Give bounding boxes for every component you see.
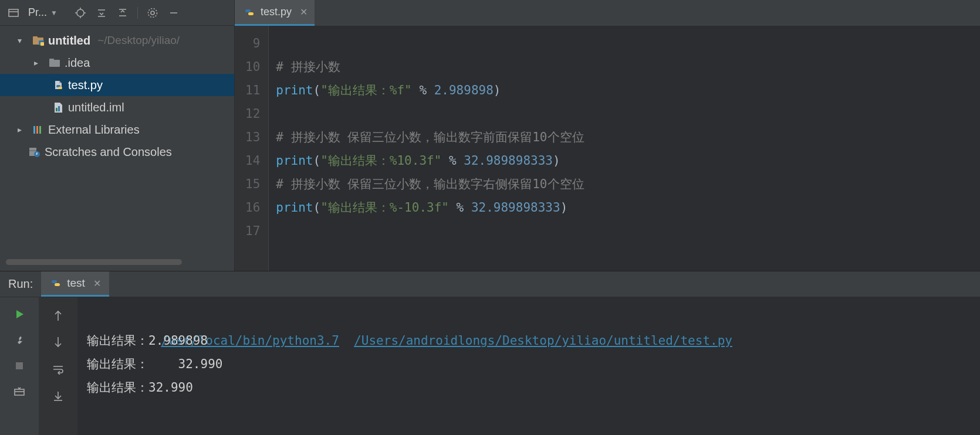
code-line[interactable] [276,102,584,125]
code-line[interactable]: # 拼接小数 保留三位小数，输出数字前面保留10个空位 [276,125,584,149]
editor-tab-active[interactable]: test.py ✕ [235,0,315,26]
svg-point-2 [77,9,84,16]
tree-label: untitled.iml [68,101,124,114]
chevron-down-icon[interactable]: ▾ [18,36,28,45]
gutter-line-number: 17 [245,219,260,243]
code-body[interactable]: # 拼接小数print("输出结果：%f" % 2.989898)# 拼接小数 … [269,26,584,271]
svg-rect-18 [40,42,44,46]
tree-row-folder[interactable]: ▸ .idea [0,52,234,74]
svg-rect-23 [56,108,58,111]
svg-rect-25 [33,126,35,134]
tree-path: ~/Desktop/yiliao/ [97,34,180,47]
python-file-icon [243,6,256,19]
stop-icon[interactable] [11,357,28,375]
horizontal-scrollbar[interactable] [6,259,182,265]
svg-rect-20 [49,59,54,61]
svg-rect-0 [9,9,18,16]
code-line[interactable]: print("输出结果：%10.3f" % 32.989898333) [276,149,584,172]
tab-label: test.py [261,6,292,18]
close-icon[interactable]: ✕ [93,278,101,289]
scratches-icon [28,145,41,158]
svg-rect-34 [55,283,60,286]
tree-label: test.py [68,79,103,92]
up-arrow-icon[interactable] [49,307,67,324]
console-output[interactable]: /usr/local/bin/python3.7 /Users/androidl… [77,297,980,435]
svg-rect-31 [245,9,251,12]
layout-icon[interactable] [11,383,28,400]
gutter-line-number: 14 [245,149,260,172]
svg-rect-33 [52,280,57,283]
project-title[interactable]: Pr... ▼ [26,6,60,19]
gutter-line-number: 16 [245,196,260,219]
chevron-right-icon[interactable]: ▸ [34,58,45,67]
tree-row-root[interactable]: ▾ untitled ~/Desktop/yiliao/ [0,29,234,52]
gutter-line-number: 12 [245,102,260,125]
scroll-to-end-icon[interactable] [49,388,67,405]
svg-point-12 [151,11,154,15]
tree-row-external[interactable]: ▸ External Libraries [0,118,234,141]
gear-icon[interactable] [144,4,161,22]
expand-all-icon[interactable] [93,4,110,22]
run-panel: Run: test ✕ [0,271,980,435]
svg-rect-32 [248,12,254,15]
project-tree[interactable]: ▾ untitled ~/Desktop/yiliao/ ▸ .idea [0,26,234,256]
svg-rect-24 [58,106,60,111]
svg-rect-37 [15,389,24,395]
run-toolbar-left [0,297,39,435]
collapse-all-icon[interactable] [114,4,131,22]
folder-icon [48,56,61,69]
svg-rect-36 [16,362,23,369]
run-tab-active[interactable]: test ✕ [41,271,109,297]
code-line[interactable] [276,219,584,243]
project-title-text: Pr... [28,6,47,19]
chevron-down-icon: ▼ [50,9,58,17]
run-header: Run: test ✕ [0,271,980,297]
svg-rect-26 [36,126,38,134]
code-line[interactable] [276,32,584,55]
svg-point-13 [148,8,157,17]
svg-rect-27 [39,126,41,134]
rerun-icon[interactable] [11,305,28,323]
console-line: 输出结果： 32.990 [87,352,980,376]
gutter: 91011121314151617 [235,26,269,271]
project-folder-icon [32,34,45,47]
gutter-line-number: 10 [245,55,260,79]
gutter-line-number: 15 [245,172,260,196]
soft-wrap-icon[interactable] [49,361,67,378]
close-icon[interactable]: ✕ [300,6,307,18]
console-command-line: /usr/local/bin/python3.7 /Users/androidl… [87,305,980,329]
project-sidebar: Pr... ▼ [0,0,235,271]
tree-row-file-selected[interactable]: test.py [0,74,234,96]
svg-rect-16 [33,36,38,39]
python-icon [49,277,62,290]
gutter-line-number: 11 [245,79,260,102]
console-line: 输出结果：32.990 [87,376,980,399]
tree-row-scratches[interactable]: Scratches and Consoles [0,141,234,163]
run-tab-label: test [67,277,85,290]
editor-area: test.py ✕ 91011121314151617 # 拼接小数print(… [235,0,980,271]
tree-label: Scratches and Consoles [45,145,172,159]
code-line[interactable]: print("输出结果：%-10.3f" % 32.989898333) [276,196,584,219]
wrench-icon[interactable] [11,331,28,349]
hide-icon[interactable] [165,4,183,22]
script-path-link[interactable]: /Users/androidlongs/Desktop/yiliao/untit… [354,334,732,348]
code-line[interactable]: print("输出结果：%f" % 2.989898) [276,79,584,102]
libraries-icon [32,123,45,136]
project-view-icon[interactable] [5,4,22,22]
down-arrow-icon[interactable] [49,334,67,351]
svg-rect-22 [58,87,62,89]
run-toolbar-left2 [39,297,77,435]
run-label: Run: [0,277,41,291]
tree-label: untitled [48,34,90,47]
gutter-line-number: 9 [245,32,260,55]
tree-row-file[interactable]: untitled.iml [0,96,234,118]
project-toolbar: Pr... ▼ [0,0,234,26]
tree-label: .idea [65,56,90,70]
code-line[interactable]: # 拼接小数 保留三位小数，输出数字右侧保留10个空位 [276,172,584,196]
code-line[interactable]: # 拼接小数 [276,55,584,79]
chevron-right-icon[interactable]: ▸ [18,125,28,134]
code-editor[interactable]: 91011121314151617 # 拼接小数print("输出结果：%f" … [235,26,980,271]
iml-file-icon [52,101,65,114]
locate-icon[interactable] [72,4,89,22]
svg-marker-35 [16,310,23,318]
